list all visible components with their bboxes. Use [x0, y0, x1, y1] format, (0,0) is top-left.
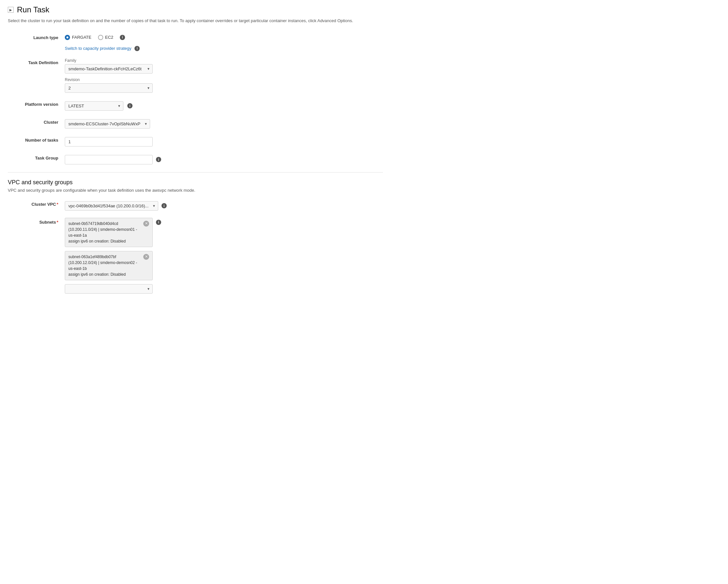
cluster-select[interactable]: smdemo-ECSCluster-7vOpISbNuWxP — [65, 119, 150, 129]
launch-type-label: Launch type — [8, 33, 65, 40]
cluster-vpc-label: Cluster VPC — [8, 200, 65, 207]
task-group-info-icon[interactable]: i — [156, 157, 161, 162]
subnet-remove-0[interactable]: ✕ — [143, 221, 149, 227]
task-group-label: Task Group — [8, 154, 65, 160]
revision-label: Revision — [65, 78, 383, 82]
cluster-vpc-info-icon[interactable]: i — [161, 203, 167, 208]
launch-type-info-icon[interactable]: i — [120, 35, 125, 40]
vpc-section-divider — [8, 172, 383, 172]
page-title: Run Task — [17, 5, 50, 14]
fargate-radio[interactable]: FARGATE — [65, 35, 92, 40]
num-tasks-input[interactable] — [65, 137, 153, 147]
family-label: Family — [65, 58, 383, 63]
subnets-label: Subnets — [8, 218, 65, 224]
subnet-item-0: subnet-0b574719db040d4cd (10.200.11.0/24… — [65, 218, 153, 247]
cluster-select-wrapper: smdemo-ECSCluster-7vOpISbNuWxP ▼ — [65, 119, 150, 129]
page-description: Select the cluster to run your task defi… — [8, 18, 383, 24]
task-group-input[interactable] — [65, 155, 153, 164]
cluster-vpc-select-wrapper: vpc-0469b0b3d41f534ae (10.200.0.0/16)...… — [65, 201, 158, 211]
fargate-label: FARGATE — [72, 35, 92, 40]
capacity-strategy-info-icon[interactable]: i — [134, 46, 140, 51]
vpc-section-description: VPC and security groups are configurable… — [8, 188, 383, 193]
family-select-wrapper: smdemo-TaskDefinition-ckFcH2LeCz6t ▼ — [65, 64, 153, 74]
subnets-list: subnet-0b574719db040d4cd (10.200.11.0/24… — [65, 218, 153, 294]
cluster-label: Cluster — [8, 118, 65, 125]
subnet-add-select[interactable] — [65, 284, 153, 294]
platform-version-info-icon[interactable]: i — [127, 103, 132, 108]
switch-capacity-link[interactable]: Switch to capacity provider strategy — [65, 46, 131, 51]
num-tasks-label: Number of tasks — [8, 136, 65, 142]
subnet-add-row: ▼ — [65, 284, 153, 294]
subnet-remove-1[interactable]: ✕ — [143, 254, 149, 260]
vpc-section-heading: VPC and security groups — [8, 179, 383, 186]
revision-select[interactable]: 2 — [65, 83, 153, 93]
subnet-add-select-wrapper: ▼ — [65, 284, 153, 294]
subnet-text-0: subnet-0b574719db040d4cd (10.200.11.0/24… — [68, 221, 141, 244]
cluster-vpc-select[interactable]: vpc-0469b0b3d41f534ae (10.200.0.0/16)... — [65, 201, 158, 211]
ec2-radio-circle — [98, 35, 103, 40]
subnet-text-1: subnet-063a1ef489bdb07bf (10.200.12.0/24… — [68, 254, 141, 277]
family-select[interactable]: smdemo-TaskDefinition-ckFcH2LeCz6t — [65, 64, 153, 74]
ec2-label: EC2 — [105, 35, 113, 40]
revision-select-wrapper: 2 ▼ — [65, 83, 153, 93]
platform-version-label: Platform version — [8, 100, 65, 107]
platform-version-select-wrapper: LATEST ▼ — [65, 101, 123, 111]
subnet-item-1: subnet-063a1ef489bdb07bf (10.200.12.0/24… — [65, 251, 153, 280]
ec2-radio[interactable]: EC2 — [98, 35, 113, 40]
collapse-arrow[interactable]: ▶ — [8, 7, 14, 13]
task-definition-label: Task Definition — [8, 58, 65, 65]
subnets-info-icon[interactable]: i — [156, 220, 161, 225]
fargate-radio-circle — [65, 35, 70, 40]
platform-version-select[interactable]: LATEST — [65, 101, 123, 111]
